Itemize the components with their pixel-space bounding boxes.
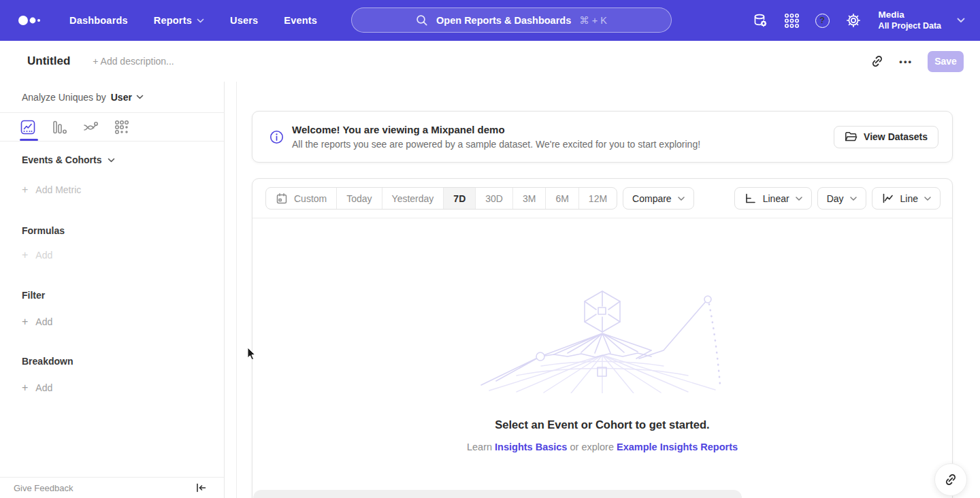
tab-retention-icon[interactable] bbox=[114, 120, 129, 135]
lower-panel-top-edge bbox=[253, 490, 742, 498]
add-filter-button[interactable]: + Add bbox=[0, 316, 224, 328]
banner-body: All the reports you see are powered by a… bbox=[292, 139, 700, 150]
range-3m[interactable]: 3M bbox=[513, 188, 546, 209]
plus-icon: + bbox=[22, 316, 28, 328]
example-insights-reports-link[interactable]: Example Insights Reports bbox=[617, 442, 738, 452]
report-canvas: Welcome! You are viewing a Mixpanel demo… bbox=[225, 82, 980, 498]
top-nav-right: ? Media All Project Data bbox=[752, 0, 965, 41]
plus-icon: + bbox=[22, 382, 28, 394]
tab-funnels-icon[interactable] bbox=[52, 120, 67, 135]
chevron-down-icon bbox=[957, 18, 965, 23]
share-link-fab[interactable] bbox=[934, 463, 967, 496]
query-builder-sidebar: Analyze Uniques by User bbox=[0, 82, 225, 498]
help-icon[interactable]: ? bbox=[815, 14, 830, 28]
nav-item-dashboards[interactable]: Dashboards bbox=[69, 15, 128, 26]
range-12m[interactable]: 12M bbox=[579, 188, 617, 209]
tab-insights-icon[interactable] bbox=[20, 120, 35, 135]
scale-dropdown[interactable]: Linear bbox=[734, 187, 812, 210]
copy-link-icon[interactable] bbox=[870, 54, 884, 68]
top-nav: Dashboards Reports Users Events Open Rep… bbox=[0, 0, 980, 41]
content-layout: Analyze Uniques by User bbox=[0, 82, 980, 498]
range-custom[interactable]: Custom bbox=[266, 188, 337, 209]
range-30d[interactable]: 30D bbox=[476, 188, 513, 209]
empty-state-subtitle: Learn Insights Basics or explore Example… bbox=[252, 442, 952, 452]
empty-state-title: Select an Event or Cohort to get started… bbox=[252, 418, 952, 431]
apps-grid-icon[interactable] bbox=[784, 13, 800, 29]
chart-type-dropdown[interactable]: Line bbox=[872, 187, 941, 210]
interval-dropdown[interactable]: Day bbox=[817, 187, 866, 210]
range-6m[interactable]: 6M bbox=[546, 188, 578, 209]
date-range-segmented-control: Custom Today Yesterday 7D 30D 3M 6M 12M bbox=[265, 187, 617, 210]
analyze-uniques-row: Analyze Uniques by User bbox=[0, 82, 224, 113]
add-description-field[interactable]: + Add description... bbox=[93, 56, 174, 67]
calendar-icon bbox=[276, 193, 288, 205]
chevron-down-icon bbox=[678, 197, 685, 201]
formulas-header: Formulas bbox=[0, 225, 224, 236]
analyze-value-dropdown[interactable]: User bbox=[111, 92, 132, 103]
sidebar-footer: Give Feedback bbox=[0, 477, 224, 498]
mixpanel-logo[interactable] bbox=[18, 15, 41, 26]
range-7d[interactable]: 7D bbox=[444, 188, 476, 209]
mixpanel-dots-icon bbox=[18, 15, 41, 26]
nav-item-users[interactable]: Users bbox=[230, 15, 258, 26]
chevron-down-icon bbox=[796, 197, 802, 201]
global-search-input[interactable]: Open Reports & Dashboards ⌘ + K bbox=[351, 7, 672, 33]
add-metric-button[interactable]: + Add Metric bbox=[0, 184, 224, 196]
chevron-down-icon bbox=[850, 197, 857, 201]
analyze-label: Analyze Uniques by bbox=[22, 92, 106, 103]
link-icon bbox=[944, 473, 958, 486]
chevron-down-icon bbox=[924, 197, 931, 201]
project-switcher[interactable]: Media All Project Data bbox=[879, 10, 941, 32]
view-datasets-button[interactable]: View Datasets bbox=[834, 126, 938, 148]
events-cohorts-header[interactable]: Events & Cohorts bbox=[0, 154, 224, 165]
search-icon bbox=[416, 14, 428, 27]
settings-gear-icon[interactable] bbox=[845, 12, 862, 29]
folder-icon bbox=[845, 131, 858, 143]
chart-controls-bar: Custom Today Yesterday 7D 30D 3M 6M 12M … bbox=[252, 179, 952, 218]
save-button[interactable]: Save bbox=[928, 51, 964, 72]
banner-title: Welcome! You are viewing a Mixpanel demo bbox=[292, 124, 700, 135]
project-name: Media bbox=[879, 10, 941, 21]
demo-welcome-banner: Welcome! You are viewing a Mixpanel demo… bbox=[252, 111, 953, 163]
linear-axis-icon bbox=[744, 192, 757, 205]
report-title[interactable]: Untitled bbox=[27, 54, 70, 68]
compare-dropdown[interactable]: Compare bbox=[623, 187, 694, 210]
add-formula-button[interactable]: + Add bbox=[0, 249, 224, 261]
report-header: Untitled + Add description... ••• Save bbox=[0, 41, 980, 82]
insights-report-card: Custom Today Yesterday 7D 30D 3M 6M 12M … bbox=[252, 178, 953, 498]
range-yesterday[interactable]: Yesterday bbox=[382, 188, 444, 209]
chart-display-controls: Linear Day Line bbox=[734, 187, 941, 210]
data-management-icon[interactable] bbox=[752, 12, 768, 29]
empty-state: Select an Event or Cohort to get started… bbox=[252, 290, 952, 452]
nav-item-reports[interactable]: Reports bbox=[154, 15, 204, 26]
breakdown-header: Breakdown bbox=[0, 356, 224, 367]
search-placeholder: Open Reports & Dashboards bbox=[436, 15, 571, 26]
banner-text: Welcome! You are viewing a Mixpanel demo… bbox=[292, 124, 700, 150]
search-shortcut-hint: ⌘ + K bbox=[579, 15, 607, 26]
nav-item-events[interactable]: Events bbox=[284, 15, 317, 26]
chevron-down-icon bbox=[197, 18, 204, 23]
filter-header: Filter bbox=[0, 290, 224, 301]
metric-type-tabs bbox=[0, 113, 224, 142]
chevron-down-icon bbox=[136, 95, 144, 99]
report-header-actions: ••• Save bbox=[870, 51, 964, 72]
primary-nav: Dashboards Reports Users Events bbox=[69, 15, 317, 26]
panel-divider bbox=[236, 82, 237, 498]
plus-icon: + bbox=[22, 249, 28, 261]
line-chart-icon bbox=[881, 192, 894, 205]
active-tab-indicator bbox=[20, 139, 38, 142]
empty-state-illustration bbox=[476, 290, 729, 393]
chevron-down-icon bbox=[108, 158, 115, 163]
project-subtitle: All Project Data bbox=[879, 21, 941, 32]
info-icon bbox=[270, 130, 284, 144]
range-today[interactable]: Today bbox=[337, 188, 382, 209]
insights-basics-link[interactable]: Insights Basics bbox=[495, 442, 567, 452]
tab-flows-icon[interactable] bbox=[83, 120, 98, 135]
add-breakdown-button[interactable]: + Add bbox=[0, 382, 224, 394]
give-feedback-link[interactable]: Give Feedback bbox=[14, 483, 73, 493]
more-options-icon[interactable]: ••• bbox=[899, 56, 913, 67]
collapse-sidebar-icon[interactable] bbox=[196, 483, 206, 493]
plus-icon: + bbox=[22, 184, 28, 196]
